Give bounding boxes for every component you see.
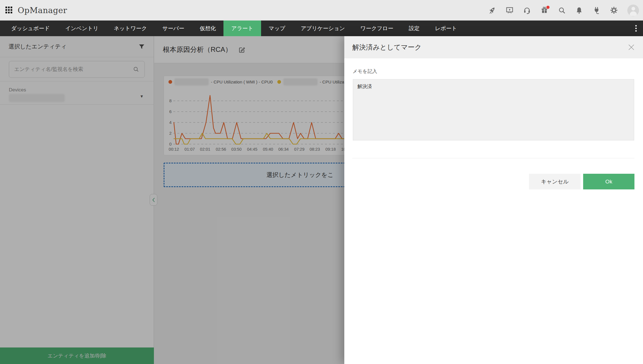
nav-tab-3[interactable]: サーバー — [155, 21, 192, 36]
nav-tab-10[interactable]: レポート — [427, 21, 465, 36]
nav-tab-0[interactable]: ダッシュボード — [3, 21, 58, 36]
main-nav: ダッシュボードインベントリネットワークサーバー仮想化アラートマップアプリケーショ… — [0, 21, 643, 36]
note-textarea[interactable]: 解決済 — [353, 79, 634, 140]
settings-gear-icon[interactable] — [610, 6, 618, 14]
ok-button[interactable]: Ok — [583, 174, 634, 189]
app-logo-text: OpManager — [18, 6, 67, 15]
app-grid-icon[interactable] — [5, 7, 13, 14]
search-icon[interactable] — [558, 6, 566, 14]
notifications-bell-icon[interactable] — [575, 6, 583, 14]
demo-screen-icon[interactable] — [506, 6, 514, 14]
modal-title: 解決済みとしてマーク — [352, 43, 422, 52]
close-icon[interactable] — [627, 43, 636, 52]
headset-support-icon[interactable] — [523, 6, 531, 14]
nav-tab-7[interactable]: アプリケーション — [293, 21, 353, 36]
top-bar: OpManager — [0, 0, 643, 21]
nav-tab-6[interactable]: マップ — [261, 21, 293, 36]
nav-tab-9[interactable]: 設定 — [401, 21, 427, 36]
user-avatar[interactable] — [627, 5, 639, 16]
plugin-icon[interactable] — [593, 6, 601, 14]
mark-resolved-modal: 解決済みとしてマーク メモを記入 解決済 キャンセル Ok — [344, 36, 643, 364]
modal-header: 解決済みとしてマーク — [344, 36, 643, 58]
modal-divider — [352, 158, 634, 158]
nav-tab-2[interactable]: ネットワーク — [106, 21, 154, 36]
note-label: メモを記入 — [353, 68, 377, 75]
nav-overflow-icon[interactable] — [635, 25, 637, 32]
gift-badge — [546, 6, 550, 9]
cancel-button[interactable]: キャンセル — [529, 174, 581, 189]
nav-tab-list: ダッシュボードインベントリネットワークサーバー仮想化アラートマップアプリケーショ… — [3, 21, 465, 36]
gift-whats-new-icon[interactable] — [540, 6, 548, 14]
nav-tab-5[interactable]: アラート — [223, 21, 261, 36]
workspace: 選択したエンティティ Devices ▼ エンティティを追加/削除 根本原因分析… — [0, 36, 643, 364]
topbar-icon-row — [488, 5, 643, 16]
nav-tab-1[interactable]: インベントリ — [58, 21, 106, 36]
nav-tab-8[interactable]: ワークフロー — [353, 21, 401, 36]
nav-tab-4[interactable]: 仮想化 — [192, 21, 223, 36]
rocket-icon[interactable] — [488, 6, 496, 14]
